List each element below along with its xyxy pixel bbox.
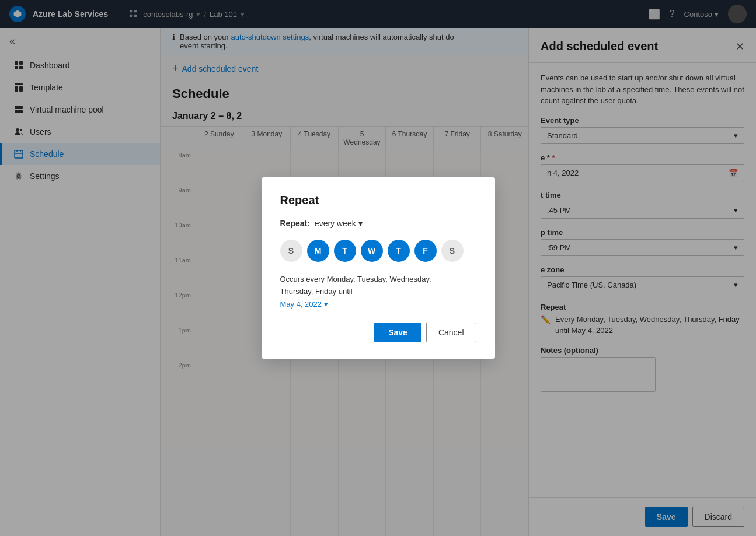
day-tuesday[interactable]: T: [334, 240, 356, 262]
chevron-down-icon: ▾: [324, 300, 328, 309]
modal-cancel-button[interactable]: Cancel: [426, 323, 476, 342]
day-thursday[interactable]: T: [388, 240, 410, 262]
repeat-modal: Repeat Repeat: every week ▾ S M T W T F …: [262, 177, 495, 359]
day-friday[interactable]: F: [414, 240, 437, 262]
day-sunday[interactable]: S: [280, 240, 302, 262]
chevron-down-icon: ▾: [358, 219, 363, 228]
day-wednesday[interactable]: W: [361, 240, 383, 262]
modal-overlay: Repeat Repeat: every week ▾ S M T W T F …: [0, 0, 756, 536]
day-monday[interactable]: M: [307, 240, 329, 262]
occurs-text: Occurs every Monday, Tuesday, Wednesday,…: [280, 274, 476, 298]
days-row: S M T W T F S: [280, 240, 476, 262]
modal-title: Repeat: [280, 194, 476, 207]
modal-repeat-dropdown[interactable]: every week ▾: [315, 219, 363, 228]
modal-save-button[interactable]: Save: [374, 323, 421, 342]
modal-repeat-row: Repeat: every week ▾: [280, 219, 476, 228]
until-date-link[interactable]: May 4, 2022 ▾: [280, 300, 476, 309]
modal-repeat-label: Repeat:: [280, 219, 310, 228]
day-saturday[interactable]: S: [441, 240, 464, 262]
modal-buttons: Save Cancel: [280, 323, 476, 342]
